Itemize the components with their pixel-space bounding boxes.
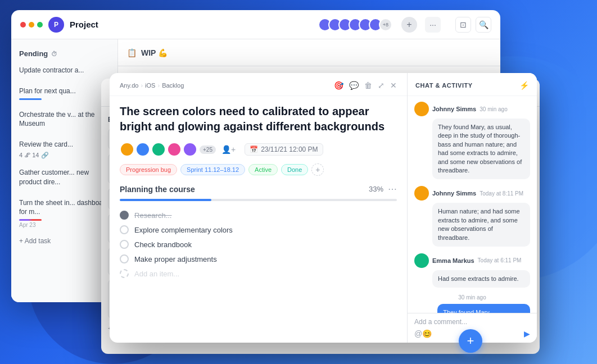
project-title: Project (70, 20, 98, 29)
check-label: Explore complementary colors (134, 226, 233, 234)
add-assignee-icon[interactable]: 👤+ (221, 145, 236, 154)
checklist-section: Planning the course 33% ⋯ Research... Ex… (120, 184, 397, 281)
board-header: 📋 WIP 💪 (118, 39, 500, 66)
tag-progression-bug[interactable]: Progression bug (120, 164, 177, 175)
chat-self-bubble: They found Mary (437, 304, 530, 313)
due-date-value: 23/11/21 12:00 PM (261, 145, 318, 153)
due-date-badge[interactable]: 📅 23/11/21 12:00 PM (245, 143, 323, 156)
check-item-brandbook[interactable]: Check brandbook (120, 237, 397, 252)
chat-avatar-emma (414, 253, 429, 268)
comment-icon[interactable]: 💬 (349, 81, 359, 90)
check-item-adjustments[interactable]: Make proper adjustments (120, 252, 397, 266)
check-circle[interactable] (120, 240, 129, 249)
task-detail-actions: 🎯 💬 🗑 ⤢ ✕ (334, 81, 397, 90)
check-circle[interactable] (120, 211, 129, 220)
chat-bubble: Human nature; and had some extracts to a… (432, 203, 530, 247)
chat-message-1: Johnny Simms 30 min ago They found Mary,… (414, 102, 530, 179)
task-title: The screen colors need to calibrated to … (120, 104, 397, 134)
tag-active[interactable]: Active (248, 164, 278, 175)
chat-msg-header: Emma Markus Today at 6:11 PM (414, 253, 530, 268)
chat-author-name: Johnny Simms (432, 106, 476, 112)
task-name: Gather customer... new product dire... (19, 168, 110, 187)
close-icon[interactable]: ✕ (390, 81, 397, 90)
breadcrumb-sep: › (141, 82, 143, 89)
delete-icon[interactable]: 🗑 (364, 81, 372, 90)
checklist-more-button[interactable]: ⋯ (388, 184, 397, 194)
task-count: 4 🖇 14 🔗 (19, 152, 49, 159)
breadcrumb-backlog: Backlog (162, 82, 184, 89)
fab-add-button[interactable]: + (459, 329, 482, 353)
chat-author-name: Emma Markus (432, 257, 474, 264)
list-item[interactable]: Update contractor a... (11, 61, 117, 82)
add-checklist-item-row[interactable]: Add an item... (120, 266, 397, 281)
add-tag-button[interactable]: + (311, 163, 324, 176)
assignee-avatar-4 (167, 142, 182, 157)
project-avatar: P (48, 17, 64, 33)
chat-message-self-1: 30 min ago They found Mary (414, 294, 530, 313)
target-icon[interactable]: 🎯 (334, 81, 343, 90)
check-circle[interactable] (120, 254, 129, 263)
maximize-dot[interactable] (37, 22, 43, 28)
tag-sprint[interactable]: Sprint 11.12–18.12 (180, 164, 245, 175)
task-date: Apr 23 (19, 222, 110, 228)
add-collaborator-button[interactable]: + (401, 17, 417, 33)
minimize-dot[interactable] (29, 22, 34, 28)
task-name: Plan for next qua... (19, 87, 110, 96)
chat-author-name: Johnny Simms (432, 190, 476, 197)
chat-avatar-johnny (414, 102, 429, 116)
emoji-icon[interactable]: 😊 (422, 329, 432, 338)
mention-icon[interactable]: @ (414, 329, 422, 338)
task-detail-body: The screen colors need to calibrated to … (110, 96, 407, 289)
checklist-progress-fill (120, 199, 211, 201)
task-name: Turn the sheet in... dashboard for m... (19, 198, 110, 217)
chat-header: CHAT & ACTIVITY ⚡ (408, 73, 537, 96)
chat-msg-time: 30 min ago (480, 106, 507, 112)
expand-icon[interactable]: ⤢ (378, 81, 385, 90)
assignee-avatar-3 (151, 142, 166, 157)
assignee-avatar-1 (120, 142, 134, 157)
view-toggle-button[interactable]: ⊡ (455, 17, 471, 33)
check-label: Research... (134, 211, 171, 220)
add-task-label: + Add task (19, 237, 51, 245)
bolt-icon[interactable]: ⚡ (519, 81, 529, 90)
check-item-research[interactable]: Research... (120, 208, 397, 222)
check-item-colors[interactable]: Explore complementary colors (120, 222, 397, 237)
task-progress-bar (19, 219, 42, 221)
window-controls (20, 22, 43, 28)
task-detail-header: Any.do › iOS › Backlog 🎯 💬 🗑 ⤢ ✕ (110, 73, 407, 96)
search-button[interactable]: 🔍 (476, 17, 491, 33)
tag-done[interactable]: Done (281, 164, 308, 175)
chat-timestamp: 30 min ago (414, 294, 530, 301)
chat-msg-time: Today at 8:11 PM (480, 190, 523, 197)
chat-msg-header: Johnny Simms 30 min ago (414, 102, 530, 116)
task-name: Orchestrate the v... at the Museum (19, 110, 110, 129)
wip-column-title: WIP 💪 (141, 48, 168, 57)
chat-title: CHAT & ACTIVITY (415, 82, 473, 89)
close-dot[interactable] (20, 22, 26, 28)
check-circle[interactable] (120, 225, 129, 234)
breadcrumb-ios: iOS (145, 82, 155, 89)
avatar-overflow-count: +8 (379, 18, 392, 31)
chat-input-placeholder[interactable]: Add a comment... (414, 318, 530, 326)
task-meta: 4 🖇 14 🔗 (19, 152, 110, 159)
chat-bubble: They found Mary, as usual, deep in the s… (432, 119, 530, 179)
sidebar-section-header: Pending ⏱ (11, 46, 117, 61)
task-progress-bar (19, 98, 42, 100)
task-modal: Any.do › iOS › Backlog 🎯 💬 🗑 ⤢ ✕ The scr… (110, 73, 537, 343)
chat-message-3: Emma Markus Today at 6:11 PM Had some ex… (414, 253, 530, 288)
check-label: Make proper adjustments (134, 255, 217, 263)
chat-msg-header: Johnny Simms Today at 8:11 PM (414, 186, 530, 201)
checklist-header: Planning the course 33% ⋯ (120, 184, 397, 194)
checklist-progress-bar (120, 199, 397, 201)
assignees-row: +25 👤+ 📅 23/11/21 12:00 PM (120, 142, 397, 157)
check-label: Check brandbook (134, 240, 192, 249)
header-right-icons: ⊡ 🔍 (455, 17, 491, 33)
chat-message-2: Johnny Simms Today at 8:11 PM Human natu… (414, 186, 530, 247)
send-button[interactable]: ▶ (524, 329, 530, 338)
date-row: 📅 23/11/21 12:00 PM (245, 143, 323, 156)
assignee-avatar-2 (135, 142, 150, 157)
more-options-button[interactable]: ··· (425, 17, 441, 33)
add-item-circle (120, 269, 129, 278)
checklist-title: Planning the course (120, 185, 195, 194)
chat-messages: Johnny Simms 30 min ago They found Mary,… (408, 96, 537, 313)
